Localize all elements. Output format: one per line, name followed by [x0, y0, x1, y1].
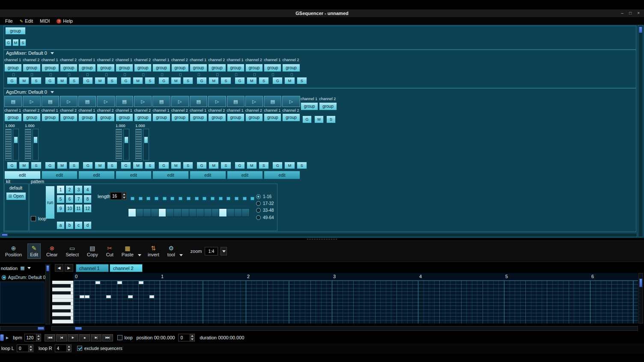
- group-button[interactable]: group: [152, 64, 170, 72]
- pad-play-button[interactable]: ▷: [97, 96, 114, 107]
- solo-button[interactable]: S: [107, 162, 117, 169]
- panel-group-button[interactable]: group: [5, 27, 26, 35]
- channel-indicator-led[interactable]: [291, 73, 293, 76]
- channel-indicator-led[interactable]: [216, 73, 218, 76]
- channel-indicator-led[interactable]: [161, 73, 163, 76]
- channel-indicator-led[interactable]: [235, 73, 237, 76]
- forward-button[interactable]: ▶|: [91, 334, 101, 341]
- pad-open-button[interactable]: ▤: [190, 96, 207, 107]
- black-key[interactable]: [52, 302, 73, 306]
- group-button[interactable]: group: [208, 113, 226, 122]
- tab-channel-2[interactable]: channel 2: [110, 264, 143, 272]
- pad-open-button[interactable]: ▤: [42, 96, 59, 107]
- slider-handle[interactable]: [33, 136, 38, 143]
- spin-down-button[interactable]: [67, 348, 71, 352]
- group-button[interactable]: group: [78, 64, 96, 72]
- mute-button[interactable]: M: [95, 162, 105, 169]
- group-button[interactable]: group: [190, 64, 207, 72]
- group-toggle-button[interactable]: G: [121, 162, 131, 169]
- position-button[interactable]: ⊕Position: [3, 243, 24, 259]
- timeline-ruler[interactable]: 0123456: [74, 273, 638, 281]
- scroll-thumb[interactable]: [75, 327, 82, 330]
- radio-icon[interactable]: [256, 208, 261, 213]
- group-button[interactable]: group: [264, 64, 281, 72]
- channel-indicator-led[interactable]: [272, 73, 274, 76]
- spin-up-button[interactable]: [122, 193, 126, 196]
- tab-next-button[interactable]: ▶: [65, 264, 73, 272]
- pane-divider[interactable]: [0, 238, 644, 240]
- group-toggle-button[interactable]: G: [121, 77, 131, 84]
- group-button[interactable]: group: [116, 113, 133, 122]
- machine-list-vscrollbar[interactable]: [45, 264, 50, 324]
- group-button[interactable]: group: [134, 64, 152, 72]
- group-toggle-button[interactable]: G: [45, 162, 55, 169]
- stop-button[interactable]: ■: [79, 334, 90, 341]
- exclude-sequencers-checkbox[interactable]: [77, 346, 82, 351]
- note[interactable]: [95, 281, 100, 284]
- pattern-step[interactable]: [181, 208, 189, 217]
- pad-play-button[interactable]: ▷: [23, 96, 40, 107]
- group-button[interactable]: group: [23, 64, 40, 72]
- transport-expander-icon[interactable]: ▶: [6, 336, 9, 340]
- group-button[interactable]: group: [4, 113, 22, 122]
- group-button[interactable]: group: [60, 64, 78, 72]
- spin-down-button[interactable]: [29, 348, 33, 352]
- note[interactable]: [80, 295, 84, 298]
- page-button-d[interactable]: d: [83, 221, 92, 229]
- solo-button[interactable]: S: [31, 162, 41, 169]
- edit-tab[interactable]: edit: [42, 171, 78, 179]
- group-button[interactable]: group: [42, 113, 59, 122]
- edit-tab[interactable]: edit: [152, 171, 189, 179]
- group-button[interactable]: group: [4, 64, 22, 72]
- channel-indicator-led[interactable]: [12, 73, 15, 76]
- clear-button[interactable]: ⊗Clear: [44, 243, 60, 259]
- run-button[interactable]: run: [45, 186, 55, 219]
- range-option[interactable]: 49-64: [256, 214, 274, 221]
- group-toggle-button[interactable]: G: [272, 77, 283, 84]
- solo-button[interactable]: S: [326, 116, 336, 123]
- white-key[interactable]: [52, 295, 73, 298]
- select-button[interactable]: ▭Select: [63, 243, 81, 259]
- spin-down-button[interactable]: [36, 338, 41, 341]
- pattern-loop-checkbox[interactable]: [31, 216, 36, 221]
- group-button[interactable]: group: [60, 113, 78, 122]
- edit-button[interactable]: ✎Edit: [27, 243, 41, 259]
- channel-indicator-led[interactable]: [86, 73, 89, 76]
- channel-indicator-led[interactable]: [68, 73, 70, 76]
- pad-open-button[interactable]: ▤: [116, 96, 133, 107]
- mute-button[interactable]: M: [209, 77, 219, 84]
- machines-hscrollbar[interactable]: [1, 233, 637, 237]
- solo-button[interactable]: S: [20, 39, 26, 46]
- pad-open-button[interactable]: ▤: [78, 96, 96, 107]
- pattern-loop-toggle[interactable]: loop: [31, 216, 46, 221]
- black-key[interactable]: [52, 316, 73, 320]
- spin-up-button[interactable]: [67, 345, 71, 348]
- group-button[interactable]: group: [190, 113, 207, 122]
- radio-icon[interactable]: [2, 275, 6, 280]
- mute-button[interactable]: M: [284, 77, 295, 84]
- note[interactable]: [106, 295, 111, 298]
- paste-menu-button[interactable]: [137, 245, 142, 258]
- bank-button-11[interactable]: 11: [75, 204, 83, 213]
- group-button[interactable]: group: [245, 113, 263, 122]
- group-toggle-button[interactable]: G: [158, 162, 169, 169]
- note[interactable]: [149, 295, 154, 298]
- close-button[interactable]: ×: [637, 11, 640, 15]
- mute-button[interactable]: M: [95, 77, 105, 84]
- machine-selector-list[interactable]: [0, 282, 45, 323]
- pattern-step[interactable]: [242, 208, 250, 217]
- bank-button-2[interactable]: 2: [66, 185, 74, 194]
- pattern-step[interactable]: [189, 208, 197, 217]
- zoom-dropdown-button[interactable]: [221, 247, 227, 255]
- volume-slider[interactable]: [123, 129, 129, 160]
- black-key[interactable]: [52, 291, 73, 295]
- bank-button-9[interactable]: 9: [57, 204, 65, 213]
- paste-button[interactable]: ▦Paste: [119, 243, 136, 259]
- solo-button[interactable]: S: [69, 162, 79, 169]
- solo-button[interactable]: S: [31, 77, 41, 84]
- pattern-step[interactable]: [227, 208, 235, 217]
- white-key[interactable]: [52, 320, 73, 323]
- pattern-step[interactable]: [158, 208, 167, 217]
- pattern-step[interactable]: [173, 208, 182, 217]
- solo-button[interactable]: S: [183, 77, 193, 84]
